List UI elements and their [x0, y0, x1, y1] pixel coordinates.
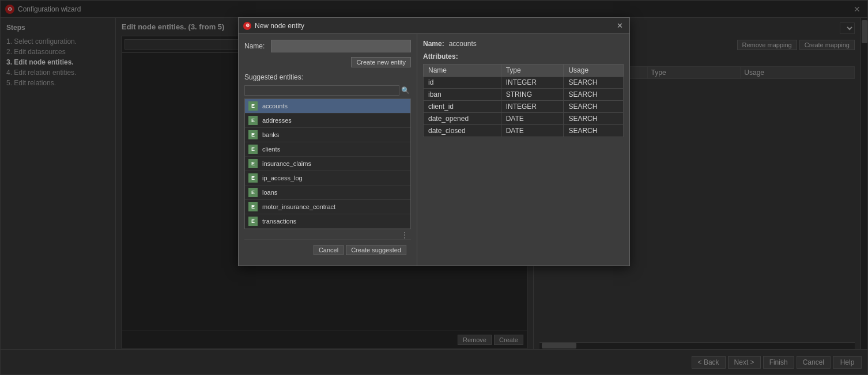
dialog-title: New node entity: [255, 22, 614, 30]
entity-badge: E: [248, 159, 258, 168]
cell-type: DATE: [501, 125, 564, 137]
cell-name: date_closed: [424, 125, 501, 137]
table-row[interactable]: date_openedDATESEARCH: [424, 113, 624, 125]
suggested-list: EaccountsEaddressesEbanksEclientsEinsura…: [244, 99, 411, 229]
suggested-label: Suggested entities:: [244, 73, 411, 81]
suggested-item-label: clients: [262, 146, 280, 153]
cell-name: id: [424, 77, 501, 89]
suggested-item-label: addresses: [262, 117, 292, 124]
entity-badge: E: [248, 202, 258, 211]
suggested-item-label: transactions: [262, 218, 296, 225]
ellipsis-button[interactable]: ⋮: [398, 230, 411, 240]
suggested-item[interactable]: Einsurance_claims: [245, 157, 410, 171]
cell-usage: SEARCH: [564, 125, 624, 137]
entity-badge: E: [248, 173, 258, 183]
suggested-item-label: loans: [262, 189, 277, 196]
cell-type: STRING: [501, 89, 564, 101]
dialog-attrs-body: idINTEGERSEARCHibanSTRINGSEARCHclient_id…: [424, 77, 624, 137]
suggested-item-label: accounts: [262, 103, 288, 109]
dialog-col-name: Name: [424, 65, 501, 77]
dialog-overlay: ⚙ New node entity ✕ Name: Create new ent…: [0, 0, 868, 375]
cell-name: iban: [424, 89, 501, 101]
cell-type: INTEGER: [501, 101, 564, 113]
suggested-item[interactable]: Eaccounts: [245, 99, 410, 113]
cell-usage: SEARCH: [564, 113, 624, 125]
suggested-search-input[interactable]: [244, 85, 399, 96]
entity-badge: E: [248, 145, 258, 154]
cell-name: date_opened: [424, 113, 501, 125]
table-row[interactable]: idINTEGERSEARCH: [424, 77, 624, 89]
suggested-item[interactable]: Eclients: [245, 142, 410, 157]
dialog-name-row: Name:: [244, 40, 411, 52]
dialog-app-icon: ⚙: [243, 22, 251, 30]
suggested-item-label: insurance_claims: [262, 160, 311, 167]
suggested-item[interactable]: Etransactions: [245, 214, 410, 229]
create-new-entity-button[interactable]: Create new entity: [351, 57, 411, 67]
cell-usage: SEARCH: [564, 89, 624, 101]
dialog-attrs-table: Name Type Usage idINTEGERSEARCHibanSTRIN…: [423, 64, 624, 137]
entity-badge: E: [248, 217, 258, 226]
dialog-body: Name: Create new entity Suggested entiti…: [239, 34, 629, 266]
dialog-name-label: Name:: [244, 42, 267, 50]
dialog-close-button[interactable]: ✕: [614, 21, 625, 31]
dialog-col-type: Type: [501, 65, 564, 77]
cell-type: DATE: [501, 113, 564, 125]
cell-usage: SEARCH: [564, 101, 624, 113]
dialog-name-input[interactable]: [271, 40, 411, 52]
dialog-footer: Cancel Create suggested: [244, 240, 411, 260]
table-row[interactable]: client_idINTEGERSEARCH: [424, 101, 624, 113]
table-row[interactable]: date_closedDATESEARCH: [424, 125, 624, 137]
suggested-item[interactable]: Eaddresses: [245, 113, 410, 128]
suggested-item[interactable]: Eip_access_log: [245, 171, 410, 185]
table-row[interactable]: ibanSTRINGSEARCH: [424, 89, 624, 101]
suggested-item[interactable]: Ebanks: [245, 128, 410, 142]
dialog-col-usage: Usage: [564, 65, 624, 77]
dialog-right: Name: accounts Attributes: Name Type Usa…: [417, 34, 629, 266]
suggested-search: 🔍: [244, 85, 411, 96]
suggested-item[interactable]: Eloans: [245, 185, 410, 200]
create-suggested-button[interactable]: Create suggested: [346, 245, 406, 255]
dialog-attrs-label: Attributes:: [423, 52, 624, 60]
suggested-search-icon[interactable]: 🔍: [399, 85, 411, 96]
new-node-entity-dialog: ⚙ New node entity ✕ Name: Create new ent…: [238, 17, 630, 266]
suggested-item[interactable]: Emotor_insurance_contract: [245, 200, 410, 214]
cell-name: client_id: [424, 101, 501, 113]
entity-badge: E: [248, 188, 258, 197]
dialog-cancel-button[interactable]: Cancel: [314, 245, 344, 255]
cell-type: INTEGER: [501, 77, 564, 89]
suggested-item-label: banks: [262, 131, 279, 138]
entity-badge: E: [248, 130, 258, 139]
dialog-left: Name: Create new entity Suggested entiti…: [239, 34, 417, 266]
entity-badge: E: [248, 116, 258, 125]
dialog-right-name-value: accounts: [449, 40, 477, 48]
cell-usage: SEARCH: [564, 77, 624, 89]
suggested-item-label: ip_access_log: [262, 175, 303, 181]
suggested-item-label: motor_insurance_contract: [262, 203, 335, 210]
entity-badge: E: [248, 101, 258, 111]
dialog-right-name-label: Name:: [423, 40, 444, 48]
dialog-titlebar: ⚙ New node entity ✕: [239, 18, 629, 34]
dialog-right-name: Name: accounts: [423, 40, 624, 48]
